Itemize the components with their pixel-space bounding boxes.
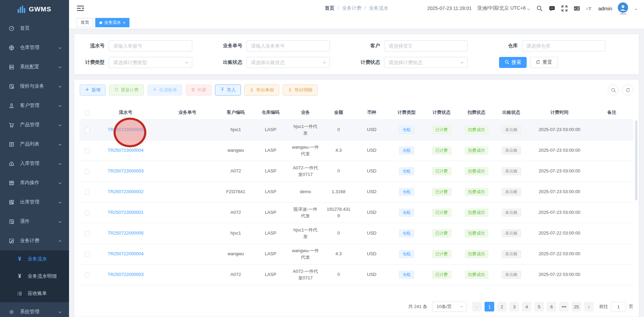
chevron-down-icon: [58, 123, 62, 127]
export-orders-button[interactable]: 导出单据: [244, 85, 279, 96]
sidebar-item-quote-business[interactable]: 报价与业务: [0, 77, 69, 96]
server-icon: [8, 64, 14, 70]
search-icon[interactable]: [536, 5, 543, 12]
filter-select-field[interactable]: [246, 57, 330, 68]
flow-no-link[interactable]: TR250723000005: [108, 127, 144, 133]
row-checkbox[interactable]: [85, 273, 90, 277]
user-avatar[interactable]: Admin: [618, 2, 629, 14]
filter-select-field[interactable]: [384, 57, 468, 68]
next-page-button[interactable]: ›: [584, 302, 594, 311]
table-cell: 191278.4319: [323, 202, 354, 223]
breadcrumb-item[interactable]: 首页: [325, 5, 334, 11]
svg-text:T: T: [588, 6, 591, 11]
filter-input-field[interactable]: [246, 40, 330, 51]
sidebar-item-product-mgmt[interactable]: 产品管理: [0, 115, 69, 135]
table-header-cell: 客户编码: [218, 106, 253, 119]
sidebar-item-business-flow[interactable]: ¥业务流水: [0, 250, 69, 268]
import-button[interactable]: 导入: [215, 85, 241, 96]
sidebar-item-receivable-bills[interactable]: 应收账单: [0, 285, 69, 302]
sidebar-item-business-billing[interactable]: 业务计费: [0, 231, 69, 250]
sidebar-item-outbound-mgmt[interactable]: 出库管理: [0, 192, 69, 212]
menu-collapse-icon[interactable]: [77, 5, 84, 11]
page-button-4[interactable]: 4: [522, 302, 531, 311]
chevron-down-icon: [58, 181, 62, 185]
user-menu-caret-icon[interactable]: [634, 7, 638, 10]
page-size-select[interactable]: 10条/页: [432, 301, 467, 312]
message-icon[interactable]: [548, 5, 555, 12]
flow-no-link[interactable]: TR250723000003: [108, 168, 144, 175]
table-cell: 已计费: [424, 140, 459, 161]
goto-label: 前往: [599, 304, 608, 310]
flow-no-link[interactable]: TR250722000004: [108, 251, 144, 257]
row-checkbox[interactable]: [85, 231, 90, 236]
flow-no-link[interactable]: TR250722000003: [108, 271, 144, 278]
select-all-checkbox[interactable]: [85, 110, 90, 115]
tab-close-icon[interactable]: ×: [123, 21, 125, 25]
filter-input-field[interactable]: [522, 40, 605, 51]
sidebar-item-system-config[interactable]: 系统配置: [0, 57, 69, 77]
filter-input-field[interactable]: [384, 40, 468, 51]
filter-label: 出账状态: [219, 59, 246, 66]
table-cell: USD: [354, 161, 389, 181]
font-size-icon[interactable]: TT: [586, 5, 593, 12]
row-checkbox[interactable]: [85, 148, 90, 153]
table-cell: hjsc1: [218, 120, 253, 140]
void-button[interactable]: 作废: [186, 85, 212, 96]
add-button[interactable]: 新增: [80, 85, 106, 96]
generate-bill-button[interactable]: 生成账单: [147, 85, 182, 96]
fullscreen-icon[interactable]: [561, 5, 568, 12]
filter-select-field[interactable]: [109, 57, 192, 68]
page-button-5[interactable]: 5: [534, 302, 544, 311]
table-cell: 扣费成功: [459, 161, 494, 181]
filter-input-field[interactable]: [109, 40, 192, 51]
search-button[interactable]: 搜索: [499, 57, 527, 68]
username-label[interactable]: admin: [598, 6, 612, 11]
vertical-scrollbar[interactable]: [635, 120, 637, 200]
sidebar-item-system-mgmt[interactable]: 系统管理: [0, 302, 69, 317]
prev-page-button[interactable]: ‹: [472, 302, 482, 311]
row-checkbox[interactable]: [85, 169, 90, 174]
status-tag: 仓租: [399, 167, 414, 175]
flow-no-link[interactable]: TR250723000004: [108, 147, 144, 154]
page-button-25[interactable]: 25: [572, 302, 581, 311]
sidebar-item-inbound-mgmt[interactable]: 入库管理: [0, 154, 69, 173]
table-search-button[interactable]: [608, 85, 619, 96]
row-checkbox[interactable]: [85, 210, 90, 215]
export-details-button[interactable]: 导出明细: [283, 85, 318, 96]
tab-首页[interactable]: 首页: [77, 18, 93, 27]
table-cell: 2025-07-22 03:00:00: [529, 244, 590, 264]
flow-no-link[interactable]: TR250723000002: [108, 189, 144, 195]
sidebar-item-home[interactable]: 首页: [0, 19, 69, 38]
flow-no-link[interactable]: TR250722000005: [108, 230, 144, 237]
flow-no-cell: TR250723000003: [95, 161, 156, 181]
sidebar-item-returns[interactable]: 退件: [0, 212, 69, 231]
row-checkbox[interactable]: [85, 252, 90, 257]
page-button-6[interactable]: 6: [547, 302, 556, 311]
tab-业务流水[interactable]: 业务流水×: [95, 18, 129, 27]
page-button-2[interactable]: 2: [497, 302, 507, 311]
sidebar-item-label: 系统配置: [20, 64, 58, 70]
table-header-cell: 计费类型: [389, 106, 424, 119]
goto-page-input[interactable]: [611, 302, 626, 311]
rebill-button[interactable]: 重新计费: [109, 85, 144, 96]
row-checkbox[interactable]: [85, 128, 90, 132]
translate-icon[interactable]: A文: [573, 5, 580, 12]
row-checkbox[interactable]: [85, 190, 90, 195]
table-cell: [590, 140, 633, 161]
flow-no-link[interactable]: TR250723000001: [108, 209, 144, 216]
page-button-3[interactable]: 3: [509, 302, 519, 311]
sidebar-item-warehouse-mgmt[interactable]: 仓库管理: [0, 38, 69, 57]
status-tag: 已计费: [432, 209, 451, 216]
timezone-select[interactable]: 亚洲/中国/北京 UTC+8: [477, 5, 530, 11]
reset-button[interactable]: 重置: [530, 57, 558, 68]
sidebar-item-label: 入库管理: [20, 160, 58, 167]
sidebar-item-warehouse-ops[interactable]: 库内操作: [0, 173, 69, 192]
sidebar-item-customer-mgmt[interactable]: 客户管理: [0, 96, 69, 115]
page-button-1[interactable]: 1: [485, 302, 494, 311]
breadcrumb-item[interactable]: 业务流水: [369, 5, 388, 11]
breadcrumb-item[interactable]: 业务计费: [342, 5, 361, 11]
table-refresh-button[interactable]: [622, 85, 633, 96]
more-pages-button[interactable]: •••: [559, 302, 569, 311]
sidebar-item-business-flow-detail[interactable]: ¥业务流水明细: [0, 268, 69, 285]
sidebar-item-product-list[interactable]: 产品列表: [0, 135, 69, 154]
